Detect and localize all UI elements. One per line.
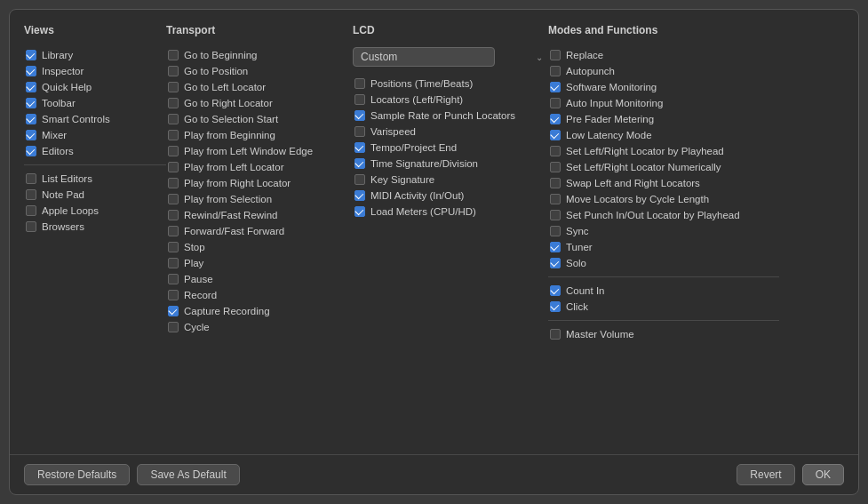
checkbox[interactable] [550, 130, 561, 140]
checkbox[interactable] [550, 194, 561, 204]
checkbox[interactable] [168, 146, 179, 156]
check-item[interactable]: Pre Fader Metering [548, 111, 779, 127]
check-item[interactable]: Tuner [548, 239, 779, 255]
checkbox[interactable] [168, 50, 179, 60]
check-item[interactable]: Count In [548, 283, 779, 299]
checkbox[interactable] [550, 301, 561, 312]
check-item[interactable]: Solo [548, 255, 779, 271]
checkbox[interactable] [168, 226, 179, 236]
checkbox[interactable] [550, 162, 561, 172]
check-item[interactable]: Record [166, 287, 353, 303]
checkbox[interactable] [550, 226, 561, 236]
checkbox[interactable] [26, 50, 36, 60]
check-item[interactable]: Autopunch [548, 63, 779, 79]
check-item[interactable]: Set Left/Right Locator Numerically [548, 159, 779, 175]
check-item[interactable]: Smart Controls [24, 111, 166, 127]
checkbox[interactable] [168, 98, 179, 108]
checkbox[interactable] [550, 210, 561, 220]
checkbox[interactable] [168, 162, 179, 172]
check-item[interactable]: Sync [548, 223, 779, 239]
check-item[interactable]: Go to Position [166, 63, 353, 79]
checkbox[interactable] [550, 242, 561, 252]
checkbox[interactable] [168, 82, 179, 92]
checkbox[interactable] [354, 126, 365, 137]
checkbox[interactable] [168, 178, 179, 188]
checkbox[interactable] [354, 190, 365, 201]
check-item[interactable]: Note Pad [24, 187, 166, 203]
check-item[interactable]: Positions (Time/Beats) [353, 76, 548, 92]
check-item[interactable]: Stop [166, 239, 353, 255]
checkbox[interactable] [168, 258, 179, 268]
checkbox[interactable] [168, 114, 179, 124]
check-item[interactable]: Set Punch In/Out Locator by Playhead [548, 207, 779, 223]
check-item[interactable]: Capture Recording [166, 303, 353, 319]
check-item[interactable]: Go to Right Locator [166, 95, 353, 111]
check-item[interactable]: Low Latency Mode [548, 127, 779, 143]
checkbox[interactable] [168, 290, 179, 300]
checkbox[interactable] [354, 174, 365, 185]
check-item[interactable]: Quick Help [24, 79, 166, 95]
check-item[interactable]: Pause [166, 271, 353, 287]
check-item[interactable]: Sample Rate or Punch Locators [353, 108, 548, 124]
checkbox[interactable] [26, 221, 36, 232]
check-item[interactable]: Cycle [166, 319, 353, 335]
checkbox[interactable] [550, 82, 561, 92]
check-item[interactable]: Swap Left and Right Locators [548, 175, 779, 191]
checkbox[interactable] [26, 114, 36, 124]
check-item[interactable]: Toolbar [24, 95, 166, 111]
revert-button[interactable]: Revert [737, 464, 794, 485]
restore-defaults-button[interactable]: Restore Defaults [24, 464, 130, 485]
check-item[interactable]: Auto Input Monitoring [548, 95, 779, 111]
checkbox[interactable] [354, 110, 365, 121]
checkbox[interactable] [354, 94, 365, 105]
check-item[interactable]: Rewind/Fast Rewind [166, 207, 353, 223]
checkbox[interactable] [168, 242, 179, 252]
checkbox[interactable] [168, 194, 179, 204]
checkbox[interactable] [550, 258, 561, 268]
check-item[interactable]: Go to Left Locator [166, 79, 353, 95]
check-item[interactable]: Time Signature/Division [353, 156, 548, 172]
ok-button[interactable]: OK [802, 464, 844, 485]
check-item[interactable]: Play from Left Window Edge [166, 143, 353, 159]
checkbox[interactable] [550, 329, 561, 340]
check-item[interactable]: Play from Right Locator [166, 175, 353, 191]
checkbox[interactable] [26, 146, 36, 156]
checkbox[interactable] [550, 98, 561, 108]
checkbox[interactable] [26, 189, 36, 200]
checkbox[interactable] [550, 285, 561, 296]
checkbox[interactable] [26, 98, 36, 108]
checkbox[interactable] [550, 146, 561, 156]
checkbox[interactable] [26, 173, 36, 184]
check-item[interactable]: Replace [548, 47, 779, 63]
check-item[interactable]: Inspector [24, 63, 166, 79]
checkbox[interactable] [168, 66, 179, 76]
check-item[interactable]: Forward/Fast Forward [166, 223, 353, 239]
checkbox[interactable] [168, 306, 179, 316]
check-item[interactable]: Load Meters (CPU/HD) [353, 204, 548, 220]
checkbox[interactable] [168, 210, 179, 220]
check-item[interactable]: Software Monitoring [548, 79, 779, 95]
check-item[interactable]: Tempo/Project End [353, 140, 548, 156]
checkbox[interactable] [550, 50, 561, 60]
checkbox[interactable] [26, 130, 36, 140]
check-item[interactable]: Play [166, 255, 353, 271]
check-item[interactable]: Browsers [24, 219, 166, 235]
check-item[interactable]: List Editors [24, 171, 166, 187]
checkbox[interactable] [26, 66, 36, 76]
check-item[interactable]: Varispeed [353, 124, 548, 140]
check-item[interactable]: Go to Selection Start [166, 111, 353, 127]
check-item[interactable]: Set Left/Right Locator by Playhead [548, 143, 779, 159]
checkbox[interactable] [354, 78, 365, 89]
checkbox[interactable] [550, 178, 561, 188]
check-item[interactable]: Move Locators by Cycle Length [548, 191, 779, 207]
checkbox[interactable] [168, 322, 179, 332]
check-item[interactable]: Key Signature [353, 172, 548, 188]
check-item[interactable]: Library [24, 47, 166, 63]
check-item[interactable]: Play from Selection [166, 191, 353, 207]
check-item[interactable]: Apple Loops [24, 203, 166, 219]
check-item[interactable]: Play from Left Locator [166, 159, 353, 175]
checkbox[interactable] [550, 66, 561, 76]
save-as-default-button[interactable]: Save As Default [137, 464, 239, 485]
checkbox[interactable] [354, 142, 365, 153]
checkbox[interactable] [168, 130, 179, 140]
